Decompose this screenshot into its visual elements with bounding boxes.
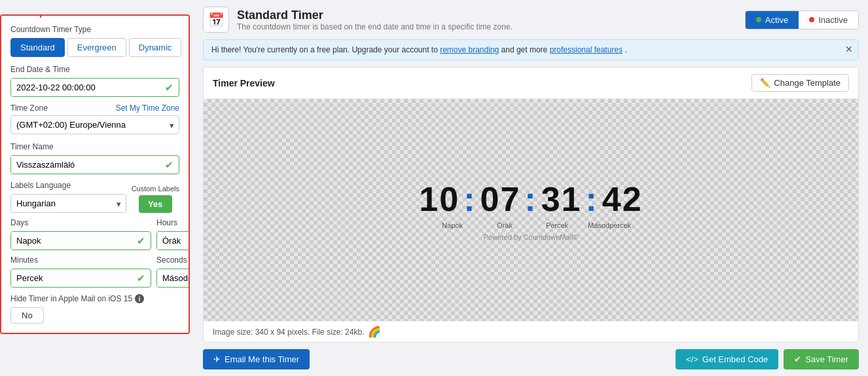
hours-field-wrapper: ✔ <box>156 231 190 250</box>
image-size-row: Image size: 340 x 94 pixels. File size: … <box>204 321 858 342</box>
timer-display-area: 10 : 07 : 31 : 42 Napok Órák Percek Máso… <box>204 99 858 321</box>
header-title: Standard Timer <box>237 9 513 22</box>
minutes-input[interactable] <box>11 269 132 287</box>
banner-upgrade: Upgrade your account to <box>352 45 440 54</box>
custom-labels-yes-button[interactable]: Yes <box>139 195 172 213</box>
active-dot <box>756 17 761 22</box>
active-button[interactable]: Active <box>746 11 799 29</box>
right-panel: 📅 Standard Timer The countdown timer is … <box>190 0 868 376</box>
header-row: 📅 Standard Timer The countdown timer is … <box>203 7 859 33</box>
image-size-text: Image size: 340 x 94 pixels. File size: … <box>213 328 364 337</box>
calendar-icon: 📅 <box>203 7 229 33</box>
evergreen-type-btn[interactable]: Evergreen <box>67 38 126 57</box>
pencil-icon: ✏️ <box>760 78 770 88</box>
inactive-button[interactable]: Inactive <box>799 11 858 29</box>
code-icon: </> <box>686 354 698 364</box>
days-label: Days <box>10 218 151 227</box>
active-label: Active <box>765 15 788 25</box>
timezone-label: Time Zone <box>10 103 48 113</box>
minutes-label: Minutes <box>10 255 151 265</box>
powered-by-text: Powered by CountdownMail© <box>483 233 578 241</box>
inactive-dot <box>809 17 814 22</box>
hide-timer-label: Hide Timer in Apple Mail on iOS 15 i <box>10 294 179 303</box>
header-subtitle: The countdown timer is based on the end … <box>237 22 513 31</box>
language-select-wrap: Hungarian <box>10 194 126 213</box>
save-timer-button[interactable]: ✔ Save Timer <box>784 349 859 369</box>
hours-input[interactable] <box>157 232 190 250</box>
timer-hours-label: Órák <box>479 221 531 229</box>
bottom-actions: ✈ Email Me this Timer </> Get Embed Code… <box>203 349 859 369</box>
dynamic-type-btn[interactable]: Dynamic <box>129 38 182 57</box>
end-date-check-icon: ✔ <box>160 82 179 94</box>
days-check-icon: ✔ <box>132 235 151 247</box>
minutes-check-icon: ✔ <box>132 273 151 284</box>
preview-title: Timer Preview <box>213 78 275 88</box>
custom-labels-label: Custom Labels <box>132 185 179 193</box>
timer-name-label: Timer Name <box>10 142 179 151</box>
timer-name-input[interactable] <box>11 156 160 174</box>
send-icon: ✈ <box>213 354 221 364</box>
right-actions: </> Get Embed Code ✔ Save Timer <box>676 349 859 369</box>
header-left: 📅 Standard Timer The countdown timer is … <box>203 7 513 33</box>
timezone-select[interactable]: (GMT+02:00) Europe/Vienna <box>10 115 179 134</box>
preview-area: Timer Preview ✏️ Change Template 10 : 07… <box>203 67 859 343</box>
banner-suffix: . <box>624 45 626 54</box>
minutes-field-wrapper: ✔ <box>10 269 151 288</box>
email-timer-button[interactable]: ✈ Email Me this Timer <box>203 349 310 369</box>
seconds-label: Seconds <box>156 255 190 265</box>
status-toggle: Active Inactive <box>745 10 859 29</box>
end-date-field-wrapper: ✔ <box>10 78 179 97</box>
info-icon: i <box>135 294 144 303</box>
remove-branding-link[interactable]: remove branding <box>440 45 499 54</box>
timer-type-buttons: Standard Evergreen Dynamic <box>10 38 179 57</box>
change-template-button[interactable]: ✏️ Change Template <box>751 74 849 92</box>
hide-timer-no-button[interactable]: No <box>10 307 44 324</box>
timer-minutes-value: 31 <box>541 179 582 219</box>
timer-days-label: Napok <box>426 221 479 229</box>
timer-name-check-icon: ✔ <box>160 159 179 171</box>
seconds-input[interactable] <box>157 269 190 287</box>
labels-language-label: Labels Language <box>10 181 126 190</box>
rainbow-icon: 🌈 <box>368 326 381 338</box>
preview-header: Timer Preview ✏️ Change Template <box>204 67 858 99</box>
basic-tab[interactable]: Basic <box>0 14 41 18</box>
timer-hours-value: 07 <box>480 179 520 219</box>
left-panel: Basic Countdown Timer Type Standard Ever… <box>0 14 190 334</box>
days-field-wrapper: ✔ <box>10 231 151 250</box>
timer-digits: 10 : 07 : 31 : 42 <box>419 179 642 219</box>
timer-labels: Napok Órák Percek Másodpercek <box>217 221 845 229</box>
standard-type-btn[interactable]: Standard <box>10 38 65 57</box>
hours-label: Hours <box>156 218 190 227</box>
banner-close-icon[interactable]: ✕ <box>845 44 853 54</box>
banner-middle: and get more <box>501 45 550 54</box>
colon-3: : <box>586 179 598 219</box>
timezone-select-wrap: (GMT+02:00) Europe/Vienna <box>10 115 179 134</box>
timer-seconds-value: 42 <box>602 179 643 219</box>
days-input[interactable] <box>11 232 132 250</box>
info-banner: Hi there! You're currently on a free pla… <box>203 39 859 60</box>
seconds-field-wrapper: ✔ <box>156 269 190 288</box>
colon-2: : <box>524 179 537 219</box>
professional-features-link[interactable]: professional features <box>550 45 623 54</box>
timer-days-value: 10 <box>419 179 460 219</box>
embed-code-button[interactable]: </> Get Embed Code <box>676 349 778 369</box>
banner-prefix: Hi there! You're currently on a free pla… <box>211 45 352 54</box>
timer-name-field-wrapper: ✔ <box>10 155 179 174</box>
end-date-label: End Date & Time <box>10 65 179 74</box>
countdown-type-label: Countdown Timer Type <box>10 25 179 34</box>
inactive-label: Inactive <box>818 15 848 25</box>
end-date-input[interactable] <box>11 79 160 96</box>
timer-seconds-label: Másodpercek <box>583 221 636 229</box>
check-save-icon: ✔ <box>794 354 801 364</box>
header-text: Standard Timer The countdown timer is ba… <box>237 9 513 31</box>
colon-1: : <box>463 179 476 219</box>
set-my-timezone-link[interactable]: Set My Time Zone <box>116 103 179 113</box>
timer-minutes-label: Percek <box>531 221 583 229</box>
language-select[interactable]: Hungarian <box>10 194 126 213</box>
